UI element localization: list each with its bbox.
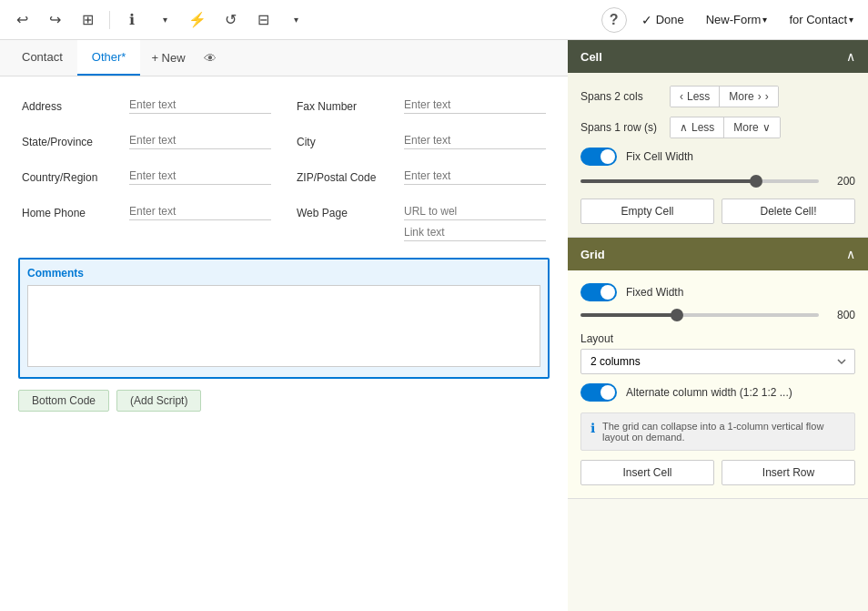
field-input-zip[interactable] — [404, 168, 546, 185]
field-input-wrap-country — [129, 168, 271, 185]
spans-cols-less-more: ‹ Less More › › — [670, 86, 779, 107]
field-label-country: Country/Region — [22, 168, 122, 184]
chevron-right-icon-2: › — [765, 90, 769, 103]
lightning-button[interactable]: ⚡ — [183, 5, 212, 35]
spans-rows-less-button[interactable]: ∧ Less — [671, 117, 723, 137]
field-label-fax: Fax Number — [297, 97, 397, 113]
cell-width-slider[interactable] — [580, 179, 819, 183]
delete-cell-button[interactable]: Delete Cell! — [722, 199, 855, 224]
new-tab-label: + New — [151, 51, 185, 65]
help-button[interactable]: ? — [601, 7, 627, 33]
spans-cols-less-button[interactable]: ‹ Less — [671, 87, 719, 107]
tab-other[interactable]: Other* — [77, 40, 141, 76]
form-row-4: Home Phone Web Page — [18, 198, 550, 247]
refresh-button[interactable]: ↺ — [216, 5, 245, 35]
chevron-down-icon: ∨ — [762, 121, 771, 134]
field-input-country[interactable] — [129, 168, 271, 185]
field-input-webpage-url[interactable] — [404, 203, 546, 220]
info-dropdown-button[interactable]: ▾ — [150, 5, 179, 35]
field-input-fax[interactable] — [404, 97, 546, 114]
tab-contact-label: Contact — [22, 50, 63, 64]
done-label: Done — [656, 13, 684, 26]
form-selector-chevron: ▾ — [762, 15, 767, 25]
field-input-state[interactable] — [129, 132, 271, 149]
field-fax: Fax Number — [293, 91, 550, 119]
layout-select[interactable]: 1 column 2 columns 3 columns — [580, 349, 855, 374]
field-address: Address — [18, 91, 275, 119]
for-contact-button[interactable]: for Contact ▾ — [782, 9, 861, 30]
add-script-button[interactable]: (Add Script) — [116, 390, 201, 412]
comments-textarea[interactable] — [27, 285, 540, 367]
grid-width-slider[interactable] — [580, 313, 819, 317]
alternate-col-row: Alternate column width (1:2 1:2 ...) — [580, 383, 855, 402]
fix-cell-width-label: Fix Cell Width — [626, 150, 693, 163]
insert-buttons: Insert Cell Insert Row — [580, 460, 855, 485]
spans-cols-row: Spans 2 cols ‹ Less More › › — [580, 86, 855, 107]
visibility-toggle-button[interactable]: 👁 — [197, 45, 224, 72]
for-contact-chevron: ▾ — [849, 15, 853, 25]
info-text: The grid can collapse into a 1-column ve… — [602, 421, 845, 443]
done-button[interactable]: ✓ Done — [634, 9, 691, 31]
insert-cell-button[interactable]: Insert Cell — [580, 460, 714, 485]
cell-collapse-button[interactable]: ∧ — [846, 49, 855, 64]
grid-slider-row: 800 — [580, 309, 855, 321]
field-input-wrap-homephone — [129, 203, 271, 220]
toolbar-right: ? ✓ Done New-Form ▾ for Contact ▾ — [601, 7, 861, 33]
eye-icon: 👁 — [204, 51, 217, 66]
field-input-wrap-zip — [404, 168, 546, 185]
page-icon-button[interactable]: ⊞ — [73, 5, 102, 35]
comments-section: Comments — [18, 258, 550, 379]
spans-rows-more-label: More — [733, 121, 758, 134]
field-label-state: State/Province — [22, 132, 122, 148]
spans-rows-less-label: Less — [691, 121, 714, 134]
field-input-address[interactable] — [129, 97, 271, 114]
field-input-wrap-city — [404, 132, 546, 149]
spans-cols-more-label: More — [729, 90, 753, 103]
grid-collapse-button[interactable]: ∧ — [846, 247, 855, 261]
fixed-width-toggle[interactable] — [580, 283, 617, 301]
fixed-width-row: Fixed Width — [580, 283, 855, 301]
alternate-col-toggle[interactable] — [580, 383, 617, 402]
tab-contact[interactable]: Contact — [7, 40, 77, 76]
spans-rows-more-button[interactable]: More ∨ — [723, 117, 779, 137]
field-input-webpage-link[interactable] — [404, 224, 546, 241]
field-zip: ZIP/Postal Code — [293, 162, 550, 190]
alternate-col-label: Alternate column width (1:2 1:2 ...) — [626, 386, 792, 399]
field-webpage: Web Page — [293, 198, 550, 247]
field-country: Country/Region — [18, 162, 275, 190]
cell-section-title: Cell — [580, 50, 602, 64]
empty-cell-label: Empty Cell — [621, 205, 673, 218]
done-icon: ✓ — [641, 13, 652, 27]
field-input-wrap-webpage — [404, 203, 546, 241]
info-button[interactable]: ℹ — [117, 5, 146, 35]
spans-cols-label: Spans 2 cols — [580, 90, 662, 103]
field-input-city[interactable] — [404, 132, 546, 149]
apps-button[interactable]: ⊟ — [248, 5, 278, 35]
grid-section: Grid ∧ Fixed Width 800 Layout — [568, 238, 868, 499]
field-label-address: Address — [22, 97, 122, 113]
chevron-up-icon: ∧ — [680, 121, 688, 134]
form-name-label: New-Form — [706, 13, 762, 26]
form-selector-button[interactable]: New-Form ▾ — [699, 9, 775, 30]
apps-dropdown-button[interactable]: ▾ — [281, 5, 310, 35]
insert-row-button[interactable]: Insert Row — [722, 460, 855, 485]
empty-cell-button[interactable]: Empty Cell — [580, 199, 714, 224]
new-tab-button[interactable]: + New — [140, 47, 196, 68]
undo-button[interactable]: ↩ — [7, 5, 36, 35]
insert-cell-label: Insert Cell — [622, 466, 671, 479]
fix-cell-width-toggle[interactable] — [580, 148, 617, 166]
cell-section-body: Spans 2 cols ‹ Less More › › — [568, 73, 868, 237]
chevron-left-icon: ‹ — [680, 90, 683, 103]
bottom-code-button[interactable]: Bottom Code — [18, 390, 109, 412]
info-box: ℹ The grid can collapse into a 1-column … — [580, 412, 855, 451]
bottom-buttons: Bottom Code (Add Script) — [18, 390, 550, 412]
field-input-homephone[interactable] — [129, 203, 271, 220]
redo-button[interactable]: ↪ — [40, 5, 69, 35]
form-content: Address Fax Number State/Province — [0, 76, 568, 611]
grid-section-header: Grid ∧ — [568, 238, 868, 270]
cell-action-buttons: Empty Cell Delete Cell! — [580, 199, 855, 224]
grid-section-title: Grid — [580, 248, 605, 261]
spans-cols-more-button[interactable]: More › › — [719, 87, 777, 107]
field-label-city: City — [297, 132, 397, 148]
field-state: State/Province — [18, 127, 275, 155]
